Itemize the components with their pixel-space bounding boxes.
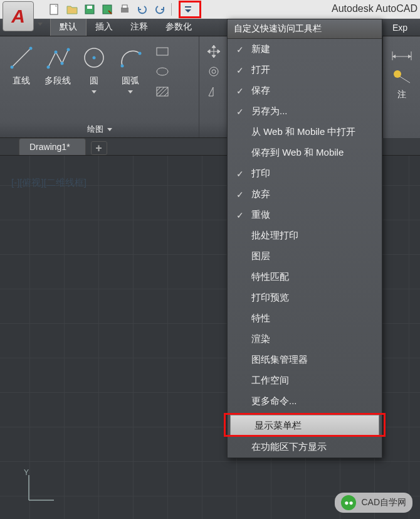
svg-point-22 [212, 70, 216, 73]
menu-item[interactable]: 特性匹配 [228, 267, 382, 287]
hatch-button[interactable] [153, 83, 172, 100]
qat-new-button[interactable] [46, 2, 63, 17]
svg-point-13 [67, 48, 70, 51]
watermark: ●● CAD自学网 [335, 493, 412, 513]
menu-item[interactable]: ✓重做 [228, 205, 382, 225]
qat-customize-dropdown[interactable] [181, 3, 196, 16]
menu-item[interactable]: 工作空间 [228, 370, 382, 391]
menu-item-show-menubar[interactable]: 显示菜单栏 [230, 415, 379, 437]
modify-panel-fragment [199, 36, 228, 137]
svg-rect-18 [157, 48, 168, 55]
chevron-down-icon [128, 90, 133, 94]
menu-item[interactable]: ✓保存 [228, 80, 382, 101]
menu-item-label: 工作空间 [251, 375, 289, 387]
right-ribbon-fragment: 注 [382, 36, 420, 138]
chevron-down-icon [107, 128, 112, 131]
chevron-down-icon [38, 23, 43, 26]
menu-item[interactable]: ✓打印 [228, 163, 382, 184]
menu-item[interactable]: 图层 [228, 246, 382, 267]
check-icon: ✓ [236, 65, 251, 75]
svg-point-9 [29, 47, 33, 50]
new-document-tab[interactable]: + [91, 141, 107, 155]
draw-panel-title[interactable]: 绘图 [5, 121, 194, 137]
menu-item-show-below-ribbon[interactable]: 在功能区下方显示 [228, 437, 382, 457]
menu-item[interactable]: 打印预览 [228, 287, 382, 308]
app-logo-letter: A [11, 6, 25, 27]
ribbon-tab-parametric[interactable]: 参数化 [157, 19, 201, 36]
open-folder-icon [66, 4, 78, 15]
menu-item[interactable]: 渲染 [228, 329, 382, 350]
menu-item[interactable]: 更多命令... [228, 391, 382, 412]
document-tab[interactable]: Drawing1* [19, 138, 86, 155]
menu-item[interactable]: ✓新建 [228, 39, 382, 60]
print-icon [119, 4, 130, 15]
view-label: [-][俯视][二维线框] [11, 177, 87, 189]
undo-icon [137, 4, 148, 15]
svg-point-8 [11, 66, 14, 69]
move-button[interactable] [204, 43, 223, 60]
ribbon-tab-extra[interactable]: Exp [384, 20, 416, 36]
circle-button[interactable]: 圆 [78, 40, 110, 100]
check-icon: ✓ [236, 210, 251, 220]
qat-customize-menu: 自定义快速访问工具栏 ✓新建✓打开✓保存✓另存为...从 Web 和 Mobil… [227, 19, 382, 458]
menu-item-label: 显示菜单栏 [255, 420, 302, 432]
check-icon: ✓ [236, 190, 251, 200]
svg-rect-2 [87, 6, 92, 9]
rectangle-button[interactable] [153, 43, 172, 60]
circle-label: 圆 [90, 75, 98, 87]
svg-point-11 [55, 51, 58, 54]
qat-redo-button[interactable] [152, 2, 168, 17]
menu-item-label: 新建 [251, 43, 270, 55]
svg-point-17 [139, 52, 142, 55]
rectangle-icon [155, 46, 169, 57]
ribbon-tab-insert[interactable]: 插入 [87, 19, 122, 36]
menu-item[interactable]: 保存到 Web 和 Mobile [228, 142, 382, 163]
new-file-icon [49, 4, 60, 15]
ellipse-icon [155, 66, 169, 77]
circle-icon [81, 45, 107, 71]
svg-point-16 [121, 65, 124, 68]
qat-undo-button[interactable] [134, 2, 150, 17]
menu-item[interactable]: 特性 [228, 308, 382, 329]
ucs-icon: Y [23, 469, 60, 506]
menu-item[interactable]: 批处理打印 [228, 225, 382, 246]
menu-item[interactable]: 图纸集管理器 [228, 350, 382, 370]
ribbon-tab-annotation[interactable]: 注释 [122, 19, 157, 36]
svg-line-27 [400, 77, 410, 83]
polyline-button[interactable]: 多段线 [41, 40, 74, 100]
app-menu-button[interactable]: A [3, 1, 44, 34]
qat-open-button[interactable] [64, 2, 80, 17]
title-bar: A [0, 0, 420, 19]
menu-item[interactable]: 从 Web 和 Mobile 中打开 [228, 122, 382, 142]
menu-item-label: 从 Web 和 Mobile 中打开 [251, 126, 355, 138]
menu-item-label: 图层 [251, 250, 270, 262]
menu-item[interactable]: ✓放弃 [228, 184, 382, 205]
menu-item[interactable]: ✓另存为... [228, 101, 382, 122]
menu-item-label: 打开 [251, 64, 270, 76]
qat-saveas-button[interactable] [99, 2, 115, 17]
menu-item-label: 打印 [251, 168, 270, 179]
rotate-button[interactable] [204, 63, 223, 80]
annotation-label: 注 [397, 89, 406, 100]
mirror-button[interactable] [204, 83, 223, 100]
svg-line-7 [12, 48, 31, 67]
qat-print-button[interactable] [117, 2, 133, 17]
svg-point-21 [209, 67, 218, 76]
qat-separator [171, 3, 172, 16]
leader-icon [391, 67, 412, 85]
line-button[interactable]: 直线 [5, 40, 38, 100]
dimension-icon [391, 44, 412, 63]
check-icon: ✓ [236, 86, 251, 96]
svg-point-15 [93, 56, 96, 60]
menu-item[interactable]: ✓打开 [228, 60, 382, 80]
arc-button[interactable]: 圆弧 [114, 40, 147, 100]
menu-item-label: 在功能区下方显示 [251, 441, 327, 453]
line-icon [8, 45, 34, 71]
quick-access-toolbar [46, 0, 201, 18]
menu-item-label: 更多命令... [251, 395, 297, 407]
qat-save-button[interactable] [81, 2, 98, 17]
ellipse-button[interactable] [153, 63, 172, 80]
saveas-icon [102, 4, 113, 15]
app-title: Autodesk AutoCAD [332, 3, 417, 14]
ribbon-tab-default[interactable]: 默认 [50, 18, 87, 36]
